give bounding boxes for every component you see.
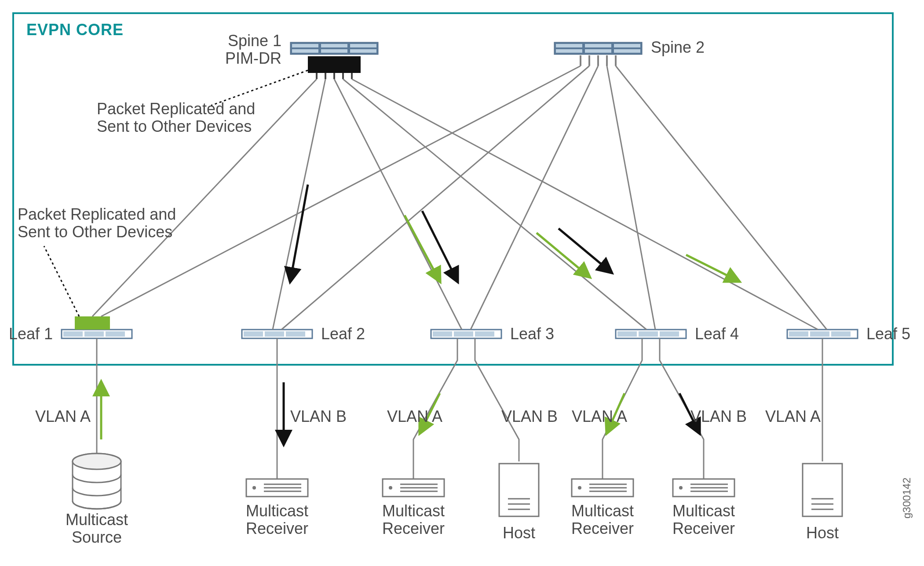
spine1-callout-text-2: Sent to Other Devices: [97, 117, 252, 135]
svg-line-42: [405, 215, 440, 281]
svg-text:Multicast: Multicast: [382, 502, 445, 520]
leaf4-vlanB: VLAN B: [690, 407, 747, 425]
leaf1-callout-line: [44, 246, 79, 316]
source-label-1: Multicast: [66, 511, 128, 529]
svg-text:Receiver: Receiver: [571, 519, 634, 537]
leaf4-vlanA: VLAN A: [572, 407, 627, 425]
leaf3-receiver-icon: [383, 479, 444, 497]
svg-text:Receiver: Receiver: [246, 519, 308, 537]
leaf-2: Leaf 2: [242, 325, 365, 343]
evpn-core-title: EVPN CORE: [26, 21, 124, 39]
leaf3-vlanB: VLAN B: [501, 407, 558, 425]
spine-2: Spine 2: [554, 38, 705, 66]
leaf2-vlan: VLAN B: [290, 407, 347, 425]
multicast-source-icon: [73, 454, 121, 509]
spine-2-label: Spine 2: [651, 38, 705, 56]
svg-line-43: [537, 233, 589, 277]
leaf3-downlinks: VLAN A Multicast Receiver VLAN B Host: [382, 338, 558, 542]
svg-text:Receiver: Receiver: [672, 519, 735, 537]
spine-1-label: Spine 1: [228, 32, 281, 50]
svg-text:Multicast: Multicast: [246, 502, 308, 520]
image-id: g300142: [901, 478, 913, 519]
black-arrows: [290, 185, 611, 281]
leaf3-vlanA: VLAN A: [387, 407, 442, 425]
leaf2-receiver-icon: [246, 479, 308, 497]
leaf-3: Leaf 3: [431, 325, 554, 343]
leaf-2-label: Leaf 2: [321, 325, 365, 343]
svg-line-39: [471, 66, 598, 330]
leaf5-host-icon: [803, 464, 842, 516]
leaf-4: Leaf 4: [616, 325, 739, 343]
leaf4-downlinks: VLAN A Multicast Receiver VLAN B Multica…: [571, 338, 747, 537]
svg-line-35: [343, 79, 646, 330]
leaf-1-replicator-icon: [75, 316, 110, 330]
leaf3-host-label: Host: [503, 524, 535, 542]
leaf1-callout-text-1: Packet Replicated and: [18, 205, 176, 223]
leaf1-vlan: VLAN A: [35, 407, 91, 425]
leaf1-callout-text-2: Sent to Other Devices: [18, 223, 172, 241]
leaf1-downlink: VLAN A Multicast Source: [35, 338, 128, 546]
svg-text:Receiver: Receiver: [382, 519, 445, 537]
leaf-5: Leaf 5: [787, 325, 910, 343]
spine-1-sub: PIM-DR: [225, 49, 281, 67]
network-diagram: EVPN CORE Spine 1 PIM-DR Spine 2 Leaf 1: [0, 0, 924, 566]
source-label-2: Source: [72, 528, 122, 546]
leaf2-downlink: VLAN B Multicast Receiver: [246, 338, 347, 537]
svg-line-46: [422, 211, 457, 281]
leaf5-host-label: Host: [806, 524, 839, 542]
leaf-1: Leaf 1: [9, 316, 132, 343]
spine-1-replicator-icon: [308, 56, 361, 73]
svg-text:Multicast: Multicast: [571, 502, 634, 520]
green-arrows: [405, 215, 739, 281]
leaf-3-label: Leaf 3: [510, 325, 554, 343]
svg-line-47: [559, 229, 611, 272]
spine1-callout-text-1: Packet Replicated and: [97, 100, 255, 118]
svg-line-36: [352, 79, 818, 330]
leaf-4-label: Leaf 4: [695, 325, 739, 343]
svg-line-44: [686, 255, 739, 281]
leaf5-vlan: VLAN A: [765, 407, 821, 425]
svg-text:Multicast: Multicast: [672, 502, 735, 520]
leaf4-receiverA-icon: [572, 479, 633, 497]
leaf3-host-icon: [499, 464, 539, 516]
leaf-5-label: Leaf 5: [866, 325, 910, 343]
leaf4-receiverB-icon: [673, 479, 734, 497]
leaf-1-label: Leaf 1: [9, 325, 53, 343]
svg-line-34: [334, 79, 462, 330]
leaf5-downlink: VLAN A Host: [765, 338, 842, 542]
